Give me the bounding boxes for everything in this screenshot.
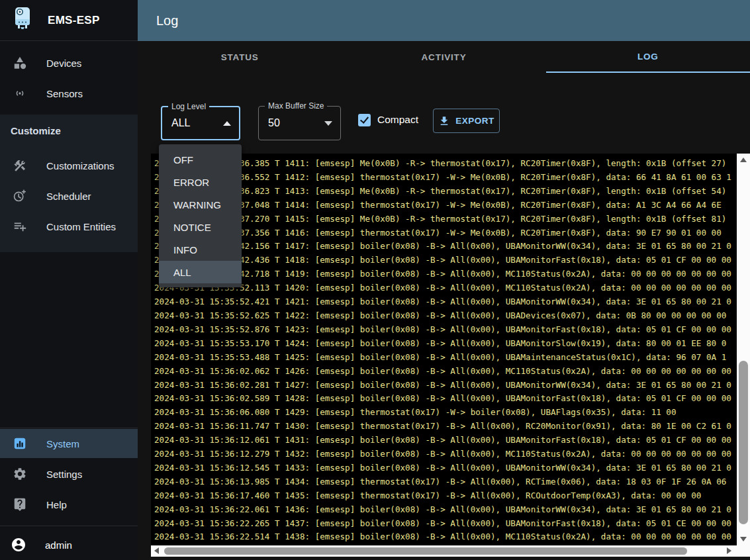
scrollbar-corner: [737, 545, 750, 557]
log-level-option[interactable]: INFO: [159, 238, 242, 261]
log-line: 2024-03-31 15:36:12.545 T 1433: [emsesp]…: [154, 461, 737, 475]
divider: [0, 428, 138, 428]
log-line: 2024-03-31 15:35:53.170 T 1424: [emsesp]…: [154, 337, 737, 351]
sidebar-item-label: Settings: [46, 469, 82, 480]
horizontal-scrollbar-thumb[interactable]: [164, 547, 687, 555]
gear-icon: [12, 467, 28, 481]
log-level-option[interactable]: WARNING: [159, 193, 242, 216]
log-line: 2024-03-31 15:35:42.436 T 1418: [emsesp]…: [154, 254, 737, 267]
log-line: 2024-03-31 15:36:17.460 T 1435: [emsesp]…: [154, 489, 737, 503]
log-level-select[interactable]: Log Level ALL: [161, 106, 240, 140]
sidebar-item-devices[interactable]: Devices: [0, 48, 138, 78]
log-line: 2024-03-31 15:36:11.747 T 1430: [emsesp]…: [154, 420, 737, 434]
log-line: 2024-03-31 15:35:52.625 T 1422: [emsesp]…: [154, 309, 737, 323]
page-title: Log: [156, 13, 178, 28]
playlist-add-icon: [12, 219, 28, 234]
sidebar-item-settings[interactable]: Settings: [0, 459, 138, 489]
compact-label: Compact: [377, 114, 418, 126]
scroll-up-arrow-icon[interactable]: [740, 158, 747, 162]
log-line: 2024-03-31 15:35:52.876 T 1423: [emsesp]…: [154, 323, 737, 337]
sidebar-item-custom-entities[interactable]: Custom Entities: [0, 211, 138, 242]
log-line: 2024-03-31 15:35:36.552 T 1412: [emsesp]…: [154, 171, 737, 185]
chevron-up-icon: [223, 121, 231, 126]
log-line: 2024-03-31 15:36:22.265 T 1437: [emsesp]…: [154, 517, 737, 531]
scroll-down-arrow-icon[interactable]: [740, 537, 747, 541]
tab-activity[interactable]: ACTIVITY: [342, 41, 545, 73]
export-button-label: EXPORT: [455, 116, 494, 126]
log-level-option[interactable]: OFF: [159, 148, 242, 171]
log-line: 2024-03-31 15:35:37.048 T 1414: [emsesp]…: [154, 199, 737, 212]
log-line: 2024-03-31 15:36:12.279 T 1432: [emsesp]…: [154, 447, 737, 461]
vertical-scrollbar[interactable]: [737, 154, 750, 545]
sidebar-item-sensors[interactable]: Sensors: [0, 78, 138, 109]
sidebar-item-customizations[interactable]: Customizations: [0, 150, 138, 181]
account-circle-icon: [11, 536, 26, 553]
app-title: EMS-ESP: [48, 14, 100, 27]
log-line: 2024-03-31 15:35:53.488 T 1425: [emsesp]…: [154, 351, 737, 365]
scroll-right-arrow-icon[interactable]: [727, 547, 731, 554]
max-buffer-size-select[interactable]: Max Buffer Size 50: [258, 106, 341, 140]
log-line: 2024-03-31 15:35:37.270 T 1415: [emsesp]…: [154, 212, 737, 226]
log-level-option[interactable]: ERROR: [159, 171, 242, 193]
vertical-scrollbar-thumb[interactable]: [739, 361, 748, 524]
scroll-left-arrow-icon[interactable]: [154, 547, 159, 554]
tab-log[interactable]: LOG: [546, 41, 750, 73]
analytics-icon: [12, 436, 28, 451]
sidebar-item-label: Sensors: [46, 88, 83, 99]
tab-status[interactable]: STATUS: [138, 41, 342, 73]
log-line: 2024-03-31 15:36:02.589 T 1428: [emsesp]…: [154, 392, 737, 406]
customize-section-header: Customize: [11, 125, 61, 136]
log-line: 2024-03-31 15:35:36.823 T 1413: [emsesp]…: [154, 185, 737, 199]
sidebar: EMS-ESP Devices Sensors Customize: [0, 0, 138, 560]
log-line: 2024-03-31 15:35:42.718 T 1419: [emsesp]…: [154, 267, 737, 281]
app-logo-row: EMS-ESP: [0, 0, 138, 41]
log-line: 2024-03-31 15:36:02.281 T 1427: [emsesp]…: [154, 379, 737, 393]
chevron-down-icon: [324, 121, 332, 126]
sidebar-item-label: System: [46, 438, 79, 449]
log-line: 2024-03-31 15:36:06.080 T 1429: [emsesp]…: [154, 406, 737, 420]
log-level-option[interactable]: NOTICE: [159, 216, 242, 238]
sidebar-item-label: Help: [46, 499, 67, 510]
log-level-option[interactable]: ALL: [159, 261, 242, 283]
main-content: Log STATUS ACTIVITY LOG Log Level ALL Ma…: [138, 0, 750, 560]
log-line: 2024-03-31 15:36:12.061 T 1431: [emsesp]…: [154, 434, 737, 447]
log-line: 2024-03-31 15:35:37.356 T 1416: [emsesp]…: [154, 226, 737, 240]
divider: [0, 526, 138, 526]
category-icon: [12, 56, 28, 70]
customize-section: Customize Customizations Scheduler: [0, 115, 138, 252]
log-line: 2024-03-31 15:36:13.985 T 1434: [emsesp]…: [154, 475, 737, 489]
log-line: 2024-03-31 15:35:36.385 T 1411: [emsesp]…: [154, 157, 737, 171]
sidebar-item-system[interactable]: System: [0, 429, 138, 458]
compact-checkbox[interactable]: [358, 114, 371, 126]
user-menu[interactable]: admin: [0, 530, 138, 560]
live-help-icon: [12, 497, 28, 512]
log-level-menu: OFF ERROR WARNING NOTICE INFO ALL: [159, 144, 242, 287]
sensors-icon: [12, 86, 28, 101]
sidebar-item-help[interactable]: Help: [0, 490, 138, 519]
log-line: 2024-03-31 15:36:02.062 T 1426: [emsesp]…: [154, 365, 737, 379]
sidebar-item-label: Customizations: [46, 160, 115, 171]
sidebar-item-label: Devices: [46, 58, 81, 69]
log-line: 2024-03-31 15:35:42.156 T 1417: [emsesp]…: [154, 240, 737, 254]
user-label: admin: [45, 539, 72, 551]
app-bar: Log: [138, 0, 750, 41]
sidebar-item-label: Custom Entities: [46, 221, 116, 232]
boiler-logo-icon: [12, 7, 33, 34]
export-button[interactable]: EXPORT: [433, 109, 500, 133]
sidebar-item-scheduler[interactable]: Scheduler: [0, 181, 138, 211]
log-line: 2024-03-31 15:36:22.061 T 1436: [emsesp]…: [154, 503, 737, 517]
download-icon: [438, 115, 450, 127]
log-level-value: ALL: [171, 107, 190, 139]
log-line: 2024-03-31 15:35:52.421 T 1421: [emsesp]…: [154, 295, 737, 309]
tab-bar: STATUS ACTIVITY LOG: [138, 41, 750, 73]
more-time-icon: [12, 189, 28, 203]
log-line: 2024-03-31 15:36:22.514 T 1438: [emsesp]…: [154, 530, 737, 544]
construction-icon: [12, 158, 28, 173]
max-buffer-size-value: 50: [268, 107, 280, 140]
log-line: 2024-03-31 15:35:52.113 T 1420: [emsesp]…: [154, 281, 737, 295]
sidebar-item-label: Scheduler: [46, 191, 91, 202]
horizontal-scrollbar[interactable]: [151, 545, 737, 557]
